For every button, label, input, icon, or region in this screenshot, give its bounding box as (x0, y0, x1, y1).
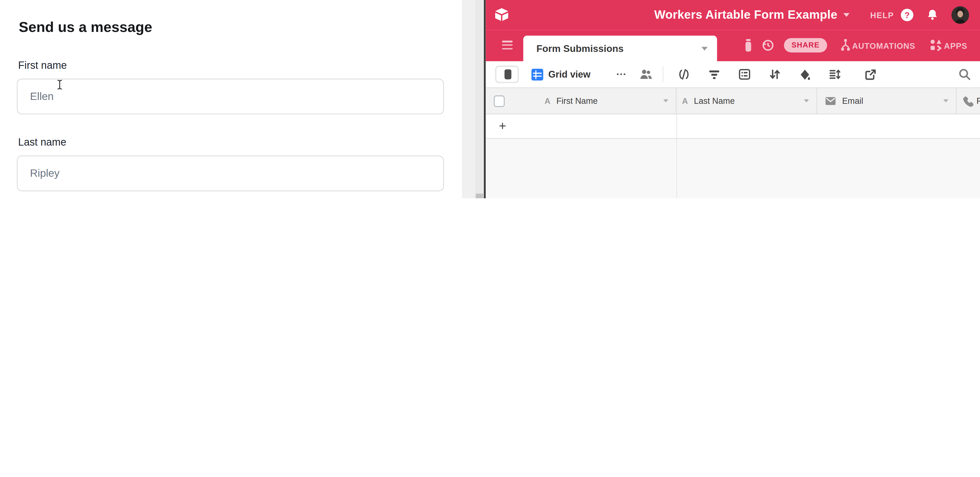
hide-fields-icon[interactable] (678, 69, 690, 82)
color-icon[interactable] (799, 69, 811, 83)
help-question-icon[interactable]: ? (901, 9, 913, 21)
frozen-column-divider (676, 114, 677, 138)
screenshot-root: Send us a message First name Last name E… (0, 0, 980, 198)
collaborators-icon[interactable] (640, 68, 653, 82)
column-label: Phone (977, 96, 980, 106)
row-height-icon[interactable] (828, 69, 841, 82)
add-row-plus-icon[interactable]: + (499, 119, 506, 133)
sort-icon[interactable] (769, 69, 781, 82)
first-name-input[interactable] (17, 79, 444, 114)
share-view-icon[interactable] (865, 69, 877, 83)
form-pane-gutter (462, 0, 475, 198)
form-title: Send us a message (19, 19, 152, 36)
text-field-type-icon: A (544, 96, 550, 106)
table-tab-label: Form Submissions (536, 36, 624, 61)
column-header-phone[interactable]: Phone (956, 88, 980, 114)
view-name[interactable]: Grid view (548, 68, 590, 81)
phone-field-type-icon (962, 95, 973, 109)
notifications-bell-icon[interactable] (926, 9, 939, 23)
sidebar-menu-icon[interactable] (502, 41, 512, 51)
airtable-pane: Workers Airtable Form Example HELP ? (486, 0, 980, 198)
question-glyph: ? (904, 10, 910, 20)
airtable-topbar: Workers Airtable Form Example HELP ? (486, 0, 980, 30)
column-caret-icon[interactable] (804, 100, 809, 103)
column-header-last-name[interactable]: A Last Name (676, 88, 817, 114)
table-tab-caret-icon[interactable] (702, 47, 708, 51)
base-title-caret-icon (843, 13, 850, 17)
view-sidebar-toggle-button[interactable] (495, 66, 519, 83)
last-name-label: Last name (18, 136, 66, 148)
automations-icon[interactable] (840, 39, 851, 54)
view-toolbar: Grid view … (486, 61, 980, 87)
column-label: Last Name (694, 96, 735, 106)
apps-button[interactable]: APPS (944, 41, 967, 51)
apps-icon[interactable] (930, 39, 942, 54)
filter-icon[interactable] (708, 69, 720, 82)
column-header-email[interactable]: Email (817, 88, 957, 114)
table-tab-form-submissions[interactable]: Form Submissions (523, 36, 717, 61)
grid-header-row: A First Name A Last Name Email (486, 87, 980, 114)
view-options-ellipsis[interactable]: … (616, 66, 627, 78)
column-label: Email (842, 96, 863, 106)
grid-view-icon (531, 69, 543, 83)
frozen-column-divider-body (676, 139, 677, 198)
column-caret-icon[interactable] (663, 100, 668, 103)
add-row-strip[interactable]: + (486, 114, 980, 139)
help-button[interactable]: HELP (870, 11, 894, 20)
first-name-group: First name (17, 59, 444, 119)
column-label: First Name (557, 96, 598, 106)
text-cursor-icon (56, 79, 63, 93)
base-title: Workers Airtable Form Example (654, 8, 837, 22)
page-scrollbar-track[interactable] (475, 0, 484, 198)
airtable-logo-icon[interactable] (494, 8, 509, 24)
page-scrollbar-thumb[interactable] (476, 193, 483, 198)
text-field-type-icon: A (682, 96, 688, 106)
contact-form-pane: Send us a message First name Last name E… (0, 0, 462, 198)
select-all-checkbox[interactable] (494, 95, 504, 107)
first-name-label: First name (18, 59, 67, 71)
search-icon[interactable] (958, 68, 971, 83)
last-name-group: Last name (17, 136, 444, 196)
toolbar-divider (663, 66, 663, 82)
share-button[interactable]: SHARE (784, 38, 827, 52)
email-field-type-icon (825, 96, 836, 108)
user-avatar[interactable] (951, 6, 969, 24)
column-header-first-name[interactable]: A First Name (486, 88, 676, 114)
history-icon[interactable] (761, 39, 775, 54)
column-caret-icon[interactable] (943, 100, 948, 103)
trash-icon[interactable] (743, 39, 754, 54)
last-name-input[interactable] (17, 155, 444, 191)
group-icon[interactable] (738, 69, 751, 82)
automations-button[interactable]: AUTOMATIONS (852, 41, 915, 51)
window-divider (484, 0, 485, 198)
airtable-tabbar: Form Submissions SHARE (486, 30, 980, 61)
